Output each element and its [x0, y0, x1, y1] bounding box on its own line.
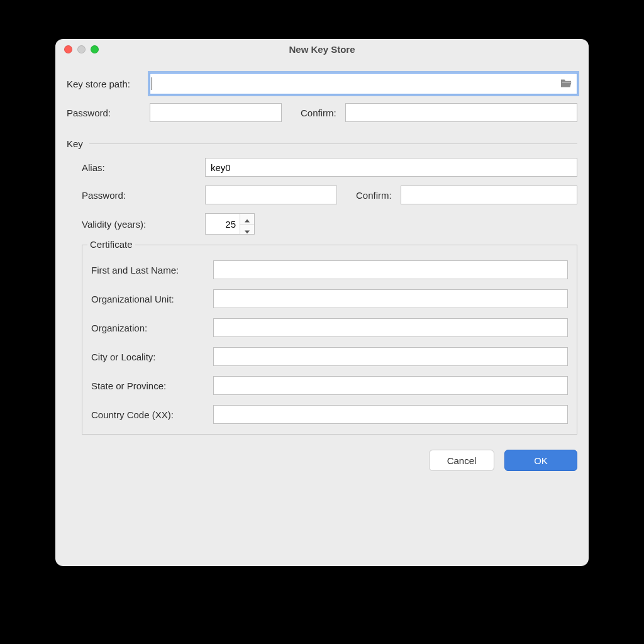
keystore-path-field-wrap — [150, 73, 577, 94]
cert-state-input[interactable] — [213, 376, 568, 395]
cert-ou-input[interactable] — [213, 289, 568, 308]
chevron-up-icon — [245, 214, 250, 225]
key-password-input[interactable] — [205, 186, 337, 204]
ok-button[interactable]: OK — [504, 450, 577, 471]
keystore-password-label: Password: — [67, 108, 150, 118]
minimize-window-button[interactable] — [77, 45, 86, 53]
key-section-heading-row: Key — [67, 138, 577, 149]
validity-step-up[interactable] — [240, 214, 254, 225]
window-controls — [64, 45, 99, 53]
keystore-confirm-input[interactable] — [345, 103, 577, 122]
window-title: New Key Store — [289, 44, 355, 55]
chevron-down-icon — [245, 225, 250, 236]
cancel-button[interactable]: Cancel — [429, 450, 494, 471]
cert-city-label: City or Locality: — [91, 352, 213, 362]
cert-cc-label: Country Code (XX): — [91, 409, 213, 420]
keystore-path-input[interactable] — [152, 74, 555, 94]
alias-input[interactable] — [205, 158, 577, 177]
keystore-confirm-label: Confirm: — [301, 108, 336, 118]
key-section-heading: Key — [67, 138, 83, 149]
validity-input[interactable] — [206, 214, 240, 234]
browse-folder-button[interactable] — [555, 74, 577, 94]
titlebar: New Key Store — [55, 39, 589, 60]
cert-org-input[interactable] — [213, 318, 568, 337]
cert-ou-label: Organizational Unit: — [91, 294, 213, 304]
validity-stepper[interactable] — [205, 213, 255, 235]
zoom-window-button[interactable] — [91, 45, 99, 53]
cert-name-label: First and Last Name: — [91, 265, 213, 275]
cert-name-input[interactable] — [213, 260, 568, 279]
cert-org-label: Organization: — [91, 323, 213, 333]
keystore-password-input[interactable] — [150, 103, 282, 122]
cert-cc-input[interactable] — [213, 405, 568, 424]
alias-label: Alias: — [82, 162, 205, 173]
validity-step-down[interactable] — [240, 225, 254, 236]
divider — [89, 143, 577, 144]
certificate-fieldset: Certificate First and Last Name: Organiz… — [82, 245, 577, 435]
cert-state-label: State or Province: — [91, 380, 213, 391]
certificate-legend: Certificate — [87, 239, 135, 250]
validity-label: Validity (years): — [82, 219, 205, 230]
key-confirm-label: Confirm: — [356, 190, 392, 201]
folder-open-icon — [560, 78, 572, 90]
dialog-new-key-store: New Key Store Key store path: Password: … — [55, 39, 589, 566]
close-window-button[interactable] — [64, 45, 72, 53]
key-password-label: Password: — [82, 190, 205, 201]
keystore-path-label: Key store path: — [67, 79, 150, 89]
key-confirm-input[interactable] — [401, 186, 577, 204]
cert-city-input[interactable] — [213, 347, 568, 366]
